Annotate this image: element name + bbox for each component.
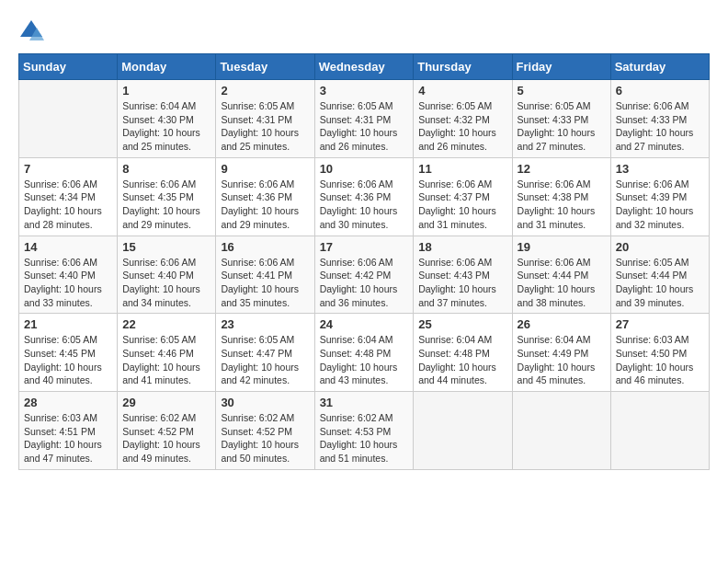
week-row-3: 14Sunrise: 6:06 AMSunset: 4:40 PMDayligh…: [19, 236, 710, 314]
calendar-cell: 26Sunrise: 6:04 AMSunset: 4:49 PMDayligh…: [512, 314, 610, 392]
day-info: Sunrise: 6:06 AMSunset: 4:36 PMDaylight:…: [221, 178, 309, 232]
calendar-cell: 4Sunrise: 6:05 AMSunset: 4:32 PMDaylight…: [414, 80, 512, 158]
calendar-cell: 2Sunrise: 6:05 AMSunset: 4:31 PMDaylight…: [216, 80, 314, 158]
calendar-cell: 30Sunrise: 6:02 AMSunset: 4:52 PMDayligh…: [216, 392, 314, 470]
day-info: Sunrise: 6:04 AMSunset: 4:48 PMDaylight:…: [320, 333, 409, 387]
calendar-header: SundayMondayTuesdayWednesdayThursdayFrid…: [19, 54, 710, 80]
day-info: Sunrise: 6:06 AMSunset: 4:34 PMDaylight:…: [24, 178, 112, 232]
logo: [18, 18, 46, 44]
day-number: 6: [616, 84, 704, 98]
day-number: 22: [122, 317, 210, 331]
day-info: Sunrise: 6:04 AMSunset: 4:30 PMDaylight:…: [122, 99, 210, 154]
day-info: Sunrise: 6:06 AMSunset: 4:39 PMDaylight:…: [616, 178, 704, 232]
calendar-cell: 23Sunrise: 6:05 AMSunset: 4:47 PMDayligh…: [216, 314, 314, 392]
column-header-wednesday: Wednesday: [314, 54, 414, 80]
day-number: 10: [320, 162, 409, 176]
day-number: 26: [518, 317, 606, 331]
calendar-body: 1Sunrise: 6:04 AMSunset: 4:30 PMDaylight…: [19, 80, 710, 470]
day-info: Sunrise: 6:05 AMSunset: 4:47 PMDaylight:…: [221, 333, 309, 387]
calendar-cell: 3Sunrise: 6:05 AMSunset: 4:31 PMDaylight…: [314, 80, 414, 158]
calendar-cell: 13Sunrise: 6:06 AMSunset: 4:39 PMDayligh…: [610, 157, 709, 236]
day-number: 20: [616, 240, 704, 254]
day-info: Sunrise: 6:05 AMSunset: 4:46 PMDaylight:…: [122, 333, 210, 387]
calendar-cell: [19, 80, 118, 158]
day-info: Sunrise: 6:06 AMSunset: 4:40 PMDaylight:…: [122, 256, 210, 310]
column-header-friday: Friday: [512, 54, 610, 80]
day-number: 3: [320, 84, 409, 98]
day-number: 21: [24, 317, 112, 331]
day-info: Sunrise: 6:05 AMSunset: 4:31 PMDaylight:…: [320, 99, 409, 154]
calendar-cell: 27Sunrise: 6:03 AMSunset: 4:50 PMDayligh…: [610, 314, 709, 392]
day-number: 17: [320, 240, 409, 254]
day-info: Sunrise: 6:02 AMSunset: 4:53 PMDaylight:…: [320, 411, 409, 465]
day-info: Sunrise: 6:06 AMSunset: 4:43 PMDaylight:…: [418, 256, 506, 310]
day-number: 29: [122, 396, 210, 409]
calendar-cell: 9Sunrise: 6:06 AMSunset: 4:36 PMDaylight…: [216, 157, 314, 236]
day-info: Sunrise: 6:04 AMSunset: 4:48 PMDaylight:…: [418, 333, 506, 387]
day-number: 16: [221, 240, 309, 254]
header: [18, 18, 710, 44]
calendar-cell: 21Sunrise: 6:05 AMSunset: 4:45 PMDayligh…: [19, 314, 118, 392]
calendar-cell: [610, 392, 709, 470]
calendar-cell: 17Sunrise: 6:06 AMSunset: 4:42 PMDayligh…: [314, 236, 414, 314]
calendar-cell: 15Sunrise: 6:06 AMSunset: 4:40 PMDayligh…: [118, 236, 216, 314]
day-number: 18: [418, 240, 506, 254]
day-info: Sunrise: 6:05 AMSunset: 4:33 PMDaylight:…: [518, 99, 606, 154]
day-number: 9: [221, 162, 309, 176]
day-number: 28: [24, 396, 112, 409]
day-number: 30: [221, 396, 309, 409]
day-number: 4: [418, 84, 506, 98]
day-number: 2: [221, 84, 309, 98]
calendar-cell: 20Sunrise: 6:05 AMSunset: 4:44 PMDayligh…: [610, 236, 709, 314]
calendar-cell: 28Sunrise: 6:03 AMSunset: 4:51 PMDayligh…: [19, 392, 118, 470]
calendar-cell: 31Sunrise: 6:02 AMSunset: 4:53 PMDayligh…: [314, 392, 414, 470]
calendar-cell: 18Sunrise: 6:06 AMSunset: 4:43 PMDayligh…: [414, 236, 512, 314]
day-info: Sunrise: 6:05 AMSunset: 4:45 PMDaylight:…: [24, 333, 112, 387]
calendar-cell: 10Sunrise: 6:06 AMSunset: 4:36 PMDayligh…: [314, 157, 414, 236]
day-number: 8: [122, 162, 210, 176]
day-number: 11: [418, 162, 506, 176]
calendar-cell: 25Sunrise: 6:04 AMSunset: 4:48 PMDayligh…: [414, 314, 512, 392]
day-info: Sunrise: 6:06 AMSunset: 4:35 PMDaylight:…: [122, 178, 210, 232]
column-header-thursday: Thursday: [414, 54, 512, 80]
column-header-tuesday: Tuesday: [216, 54, 314, 80]
day-info: Sunrise: 6:02 AMSunset: 4:52 PMDaylight:…: [122, 411, 210, 465]
day-number: 1: [122, 84, 210, 98]
day-info: Sunrise: 6:06 AMSunset: 4:42 PMDaylight:…: [320, 256, 409, 310]
day-number: 24: [320, 317, 409, 331]
day-number: 31: [320, 396, 409, 409]
day-number: 7: [24, 162, 112, 176]
day-info: Sunrise: 6:03 AMSunset: 4:51 PMDaylight:…: [24, 411, 112, 465]
calendar-cell: 19Sunrise: 6:06 AMSunset: 4:44 PMDayligh…: [512, 236, 610, 314]
column-header-sunday: Sunday: [19, 54, 118, 80]
day-number: 23: [221, 317, 309, 331]
week-row-1: 1Sunrise: 6:04 AMSunset: 4:30 PMDaylight…: [19, 80, 710, 158]
day-info: Sunrise: 6:06 AMSunset: 4:36 PMDaylight:…: [320, 178, 409, 232]
week-row-2: 7Sunrise: 6:06 AMSunset: 4:34 PMDaylight…: [19, 157, 710, 236]
day-info: Sunrise: 6:05 AMSunset: 4:31 PMDaylight:…: [221, 99, 309, 154]
day-info: Sunrise: 6:03 AMSunset: 4:50 PMDaylight:…: [616, 333, 704, 387]
day-info: Sunrise: 6:05 AMSunset: 4:44 PMDaylight:…: [616, 256, 704, 310]
day-info: Sunrise: 6:05 AMSunset: 4:32 PMDaylight:…: [418, 99, 506, 154]
calendar-cell: 16Sunrise: 6:06 AMSunset: 4:41 PMDayligh…: [216, 236, 314, 314]
calendar-cell: 29Sunrise: 6:02 AMSunset: 4:52 PMDayligh…: [118, 392, 216, 470]
day-number: 15: [122, 240, 210, 254]
day-info: Sunrise: 6:06 AMSunset: 4:41 PMDaylight:…: [221, 256, 309, 310]
calendar-cell: 1Sunrise: 6:04 AMSunset: 4:30 PMDaylight…: [118, 80, 216, 158]
day-info: Sunrise: 6:04 AMSunset: 4:49 PMDaylight:…: [518, 333, 606, 387]
calendar-cell: [512, 392, 610, 470]
day-number: 5: [518, 84, 606, 98]
calendar-cell: 5Sunrise: 6:05 AMSunset: 4:33 PMDaylight…: [512, 80, 610, 158]
calendar-cell: 14Sunrise: 6:06 AMSunset: 4:40 PMDayligh…: [19, 236, 118, 314]
day-info: Sunrise: 6:06 AMSunset: 4:37 PMDaylight:…: [418, 178, 506, 232]
day-info: Sunrise: 6:02 AMSunset: 4:52 PMDaylight:…: [221, 411, 309, 465]
calendar-cell: 22Sunrise: 6:05 AMSunset: 4:46 PMDayligh…: [118, 314, 216, 392]
calendar-cell: 24Sunrise: 6:04 AMSunset: 4:48 PMDayligh…: [314, 314, 414, 392]
day-number: 14: [24, 240, 112, 254]
day-info: Sunrise: 6:06 AMSunset: 4:33 PMDaylight:…: [616, 99, 704, 154]
day-number: 19: [518, 240, 606, 254]
day-number: 12: [518, 162, 606, 176]
day-info: Sunrise: 6:06 AMSunset: 4:44 PMDaylight:…: [518, 256, 606, 310]
calendar-cell: 12Sunrise: 6:06 AMSunset: 4:38 PMDayligh…: [512, 157, 610, 236]
day-info: Sunrise: 6:06 AMSunset: 4:40 PMDaylight:…: [24, 256, 112, 310]
